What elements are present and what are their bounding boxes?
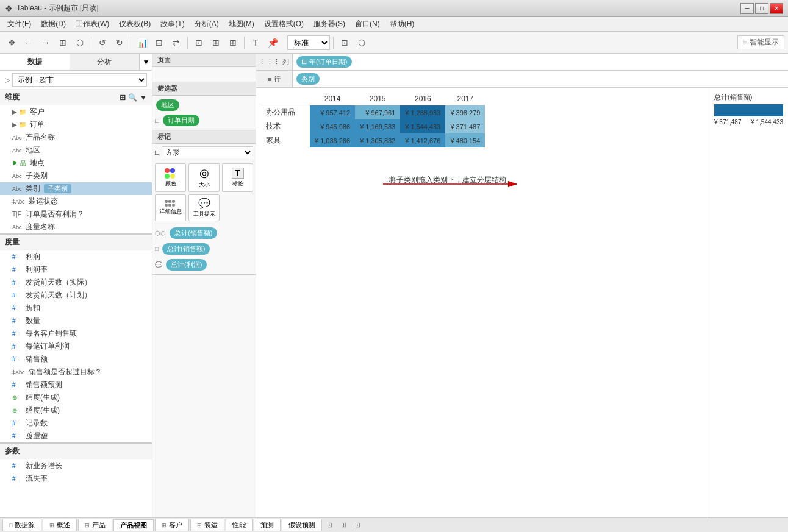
smart-show-button[interactable]: ≡ 智能显示 (737, 35, 784, 49)
field-location[interactable]: ▶ 品 地点 (0, 157, 152, 169)
menu-worksheet[interactable]: 工作表(W) (71, 18, 114, 30)
toolbar-swap-icon[interactable]: ⇄ (168, 35, 184, 51)
menu-story[interactable]: 故事(T) (156, 18, 189, 30)
toolbar-bar-icon[interactable]: 📊 (134, 35, 150, 51)
tab-add-button2[interactable]: ⊞ (337, 520, 350, 530)
toolbar-redo-button[interactable]: ↻ (112, 35, 127, 51)
tab-datasource[interactable]: □ 数据源 (2, 519, 41, 531)
field-new-business[interactable]: # 新业务增长 (0, 459, 152, 472)
tab-add-button[interactable]: ⊡ (323, 520, 336, 530)
toolbar-table-icon[interactable]: ⊞ (55, 35, 71, 51)
tab-customer[interactable]: ⊞ 客户 (155, 519, 189, 531)
add-icon[interactable]: ▼ (140, 93, 147, 102)
marks-type-select[interactable]: 方形 (162, 146, 253, 158)
field-longitude[interactable]: ⊕ 经度(生成) (0, 404, 152, 417)
smart-show-label: 智能显示 (750, 37, 779, 48)
menu-analysis[interactable]: 分析(A) (190, 18, 224, 30)
field-sales[interactable]: # 销售额 (0, 353, 152, 366)
toolbar-group-icon[interactable]: ⊞ (208, 35, 224, 51)
tab-arrow[interactable]: ▼ (140, 54, 152, 70)
rows-pills-area: 类别 (293, 71, 788, 87)
marks-pill-profit-tooltip[interactable]: 总计(利润) (166, 259, 207, 271)
field-category[interactable]: Abc 类别 子类别 (0, 182, 152, 195)
marks-detail-btn[interactable]: 详细信息 (155, 194, 186, 221)
toolbar-undo-button[interactable]: ↺ (95, 35, 110, 51)
tab-shipping[interactable]: ⊞ 装运 (190, 519, 224, 531)
rows-pill-category[interactable]: 类别 (296, 73, 320, 85)
menu-data[interactable]: 数据(D) (36, 18, 71, 30)
tab-overview[interactable]: ⊞ 概述 (43, 519, 77, 531)
field-profit[interactable]: # 利润 (0, 250, 152, 263)
field-sales-per-customer[interactable]: # 每名客户销售额 (0, 327, 152, 340)
size-icon: ◎ (199, 166, 209, 180)
marks-size-btn[interactable]: ◎ 大小 (188, 163, 220, 192)
tab-what-if[interactable]: 假设预测 (282, 519, 322, 531)
toolbar-show-labels[interactable]: ⊡ (191, 35, 207, 51)
search-icon[interactable]: 🔍 (128, 93, 137, 102)
toolbar-size-icon[interactable]: ⊡ (337, 35, 353, 51)
toolbar-split-icon[interactable]: ⊟ (151, 35, 167, 51)
tab-product-view[interactable]: 产品视图 (113, 519, 154, 531)
menu-map[interactable]: 地图(M) (224, 18, 259, 30)
toolbar-pin-icon[interactable]: ⊞ (225, 35, 241, 51)
field-product-name[interactable]: Abc 产品名称 (0, 131, 152, 144)
marks-pill-sales-size[interactable]: 总计(销售额) (162, 243, 210, 255)
marks-color-btn[interactable]: 颜色 (155, 163, 186, 192)
window-controls[interactable]: ─ □ ✕ (740, 3, 783, 14)
field-ship-status[interactable]: ‡Abc 装运状态 (0, 195, 152, 208)
toolbar-datasource-icon[interactable]: ⬡ (72, 35, 88, 51)
field-profit-per-order[interactable]: # 每笔订单利润 (0, 340, 152, 353)
datasource-select[interactable]: 示例 - 超市 (12, 73, 147, 87)
tab-label: 预测 (260, 520, 274, 530)
field-quantity[interactable]: # 数量 (0, 314, 152, 327)
columns-pill-year[interactable]: ⊞ 年(订单日期) (296, 56, 352, 68)
marks-pill-sales-color[interactable]: 总计(销售额) (170, 227, 217, 239)
field-label: 流失率 (26, 473, 48, 484)
field-discount[interactable]: # 折扣 (0, 302, 152, 314)
hash-icon13: # (12, 463, 22, 469)
tab-analysis[interactable]: 分析 (70, 54, 140, 70)
field-customer[interactable]: ▶ 📁 客户 (0, 105, 152, 118)
fit-dropdown[interactable]: 标准 (287, 35, 330, 50)
field-ship-days-plan[interactable]: # 发货前天数（计划） (0, 289, 152, 302)
field-ship-days-actual[interactable]: # 发货前天数（实际） (0, 276, 152, 289)
tab-data[interactable]: 数据 (0, 54, 70, 70)
field-churn-rate[interactable]: # 流失率 (0, 472, 152, 485)
menu-file[interactable]: 文件(F) (2, 18, 36, 30)
field-record-count[interactable]: # 记录数 (0, 417, 152, 430)
toolbar-back-button[interactable]: ← (21, 35, 37, 51)
tab-forecast[interactable]: 预测 (254, 519, 281, 531)
tab-performance[interactable]: 性能 (226, 519, 253, 531)
view-right-panel: 总计(销售额) ¥ 371,487 ¥ 1,544,433 (709, 88, 788, 517)
toolbar-text-icon[interactable]: T (248, 35, 263, 51)
menu-format[interactable]: 设置格式(O) (259, 18, 309, 30)
field-latitude[interactable]: ⊕ 纬度(生成) (0, 391, 152, 404)
field-measure-name[interactable]: Abc 度量名称 (0, 221, 152, 233)
toolbar-share-icon[interactable]: ⬡ (354, 35, 370, 51)
toolbar-pin2-icon[interactable]: 📌 (265, 35, 281, 51)
field-sales-over-target[interactable]: ‡Abc 销售额是否超过目标？ (0, 366, 152, 378)
filter-region[interactable]: 地区 (156, 99, 179, 111)
field-order[interactable]: ▶ 📁 订单 (0, 118, 152, 131)
minimize-button[interactable]: ─ (740, 3, 754, 14)
toolbar-grid-icon[interactable]: ❖ (4, 35, 20, 51)
field-profitable[interactable]: T|F 订单是否有利润？ (0, 208, 152, 221)
menu-window[interactable]: 窗口(N) (350, 18, 385, 30)
marks-tooltip-btn[interactable]: 💬 工具提示 (188, 194, 220, 221)
menu-help[interactable]: 帮助(H) (385, 18, 420, 30)
field-measure-value[interactable]: # 度量值 (0, 430, 152, 442)
group-icon[interactable]: ⊞ (120, 93, 126, 102)
marks-label-btn[interactable]: T 标签 (222, 163, 253, 192)
field-profit-rate[interactable]: # 利润率 (0, 263, 152, 276)
menu-server[interactable]: 服务器(S) (309, 18, 350, 30)
toolbar-forward-button[interactable]: → (38, 35, 54, 51)
field-subcategory[interactable]: Abc 子类别 (0, 169, 152, 182)
field-sales-forecast[interactable]: # 销售额预测 (0, 378, 152, 391)
maximize-button[interactable]: □ (755, 3, 768, 14)
filter-date[interactable]: 订单日期 (163, 115, 199, 126)
tab-product[interactable]: ⊞ 产品 (78, 519, 112, 531)
close-button[interactable]: ✕ (770, 3, 783, 14)
field-region[interactable]: Abc 地区 (0, 144, 152, 157)
menu-dashboard[interactable]: 仪表板(B) (114, 18, 156, 30)
tab-add-button3[interactable]: ⊡ (351, 520, 364, 530)
